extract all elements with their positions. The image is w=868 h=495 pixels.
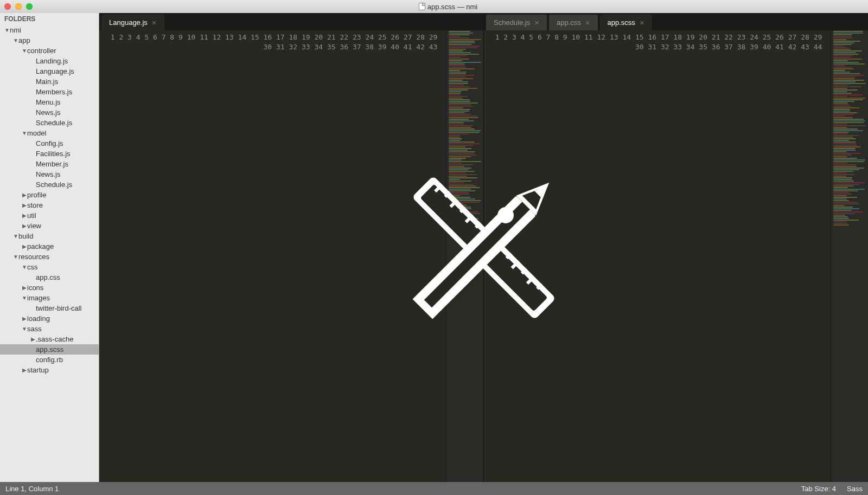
editor-tab[interactable]: app.scss× [600,15,652,30]
disclosure-triangle-icon[interactable] [4,27,10,33]
tree-item[interactable]: images [0,293,99,303]
close-icon[interactable]: × [534,18,539,27]
disclosure-triangle-icon[interactable] [13,233,18,239]
tree-item[interactable]: Menu.js [0,97,99,107]
tree-item-label: News.js [36,108,61,117]
tree-item[interactable]: config.rb [0,355,99,365]
disclosure-triangle-icon[interactable] [22,285,27,291]
status-position: Line 1, Column 1 [5,485,801,493]
tree-item[interactable]: Language.js [0,66,99,76]
tree-item-label: Members.js [36,88,72,96]
tree-item-label: store [27,201,43,209]
editor-right: Schedule.js×app.css×app.scss× 1 2 3 4 5 … [484,13,868,482]
gutter-left: 1 2 3 4 5 6 7 8 9 10 11 12 13 14 15 16 1… [99,30,444,482]
tree-item[interactable]: News.js [0,169,99,179]
tree-item-label: package [27,242,54,250]
tree-item[interactable]: package [0,241,99,252]
disclosure-triangle-icon[interactable] [22,223,27,229]
tree-item-label: Facilities.js [36,150,71,158]
tree-item[interactable]: app.css [0,272,99,282]
tree-item[interactable]: css [0,262,99,272]
disclosure-triangle-icon[interactable] [22,130,27,136]
disclosure-triangle-icon[interactable] [13,37,18,43]
editor-tab[interactable]: Schedule.js× [486,15,547,30]
tree-item[interactable]: Schedule.js [0,179,99,190]
tab-label: app.scss [608,18,635,27]
tree-item[interactable]: News.js [0,107,99,118]
minimap-right[interactable] [831,30,868,482]
tree-item-label: view [27,222,41,230]
tree-item[interactable]: app [0,35,99,46]
disclosure-triangle-icon[interactable] [13,254,18,260]
disclosure-triangle-icon[interactable] [22,326,27,332]
tree-item[interactable]: resources [0,252,99,262]
tree-item-label: css [27,263,38,271]
disclosure-triangle-icon[interactable] [22,264,27,270]
close-icon[interactable]: × [585,18,590,27]
tree-item-label: twitter-bird-call [36,304,82,312]
tree-item[interactable]: Config.js [0,138,99,149]
editor-tab[interactable]: Language.js× [101,15,164,30]
disclosure-triangle-icon[interactable] [22,295,27,301]
tree-item[interactable]: controller [0,46,99,56]
tree-item[interactable]: store [0,200,99,210]
tree-item-label: model [27,129,46,137]
tree-item[interactable]: loading [0,313,99,324]
tree-item-label: images [27,294,50,302]
minimap-left[interactable] [446,30,483,482]
close-icon[interactable]: × [640,18,644,27]
tree-item-label: icons [27,284,43,292]
tree-item[interactable]: sass [0,324,99,334]
editor-left: Language.js× 1 2 3 4 5 6 7 8 9 10 11 12 … [99,13,484,482]
tree-item-label: util [27,211,36,220]
tree-item[interactable]: Main.js [0,76,99,87]
tree-item[interactable]: profile [0,190,99,200]
tree-item[interactable]: Facilities.js [0,149,99,159]
status-bar: Line 1, Column 1 Tab Size: 4 Sass [0,482,868,495]
tree-item-label: config.rb [36,356,63,364]
tree-item-label: Config.js [36,139,63,147]
disclosure-triangle-icon[interactable] [22,316,27,322]
tree-item-label: app.scss [36,345,63,353]
tree-item[interactable]: build [0,231,99,241]
disclosure-triangle-icon[interactable] [30,336,36,342]
disclosure-triangle-icon[interactable] [22,213,27,218]
window-titlebar: app.scss — nmi [0,0,868,13]
disclosure-triangle-icon[interactable] [22,192,27,198]
tree-item[interactable]: Schedule.js [0,118,99,128]
minimize-button[interactable] [15,3,22,10]
disclosure-triangle-icon[interactable] [22,48,27,54]
zoom-button[interactable] [26,3,33,10]
tree-item[interactable]: startup [0,365,99,375]
status-syntax[interactable]: Sass [847,485,863,493]
tree-item-label: resources [18,253,49,261]
sidebar: FOLDERS nmi app controller Landing.js La… [0,13,99,482]
tree-item[interactable]: twitter-bird-call [0,303,99,313]
tree-item[interactable]: util [0,210,99,221]
editor-tab[interactable]: app.css× [549,15,598,30]
tree-item[interactable]: .sass-cache [0,334,99,344]
tree-item-label: Menu.js [36,98,61,106]
tree-item-label: controller [27,47,56,55]
tree-item[interactable]: model [0,128,99,138]
disclosure-triangle-icon[interactable] [22,202,27,208]
close-icon[interactable]: × [152,18,157,27]
tree-item[interactable]: view [0,221,99,231]
disclosure-triangle-icon[interactable] [22,367,27,373]
tree-item-label: Language.js [36,67,74,75]
gutter-right: 1 2 3 4 5 6 7 8 9 10 11 12 13 14 15 16 1… [484,30,828,482]
tab-bar-left: Language.js× [99,13,483,30]
tree-item-label: Schedule.js [36,119,72,127]
tree-item[interactable]: app.scss [0,344,99,355]
tree-item-label: loading [27,314,50,323]
close-button[interactable] [4,3,11,10]
tree-item[interactable]: Member.js [0,159,99,169]
tree-item-label: app.css [36,273,60,281]
status-tab-size[interactable]: Tab Size: 4 [801,485,836,493]
tree-item[interactable]: nmi [0,25,99,35]
sidebar-header: FOLDERS [0,13,99,25]
disclosure-triangle-icon[interactable] [22,243,27,249]
tree-item[interactable]: icons [0,282,99,293]
tree-item[interactable]: Members.js [0,87,99,97]
tree-item[interactable]: Landing.js [0,56,99,66]
